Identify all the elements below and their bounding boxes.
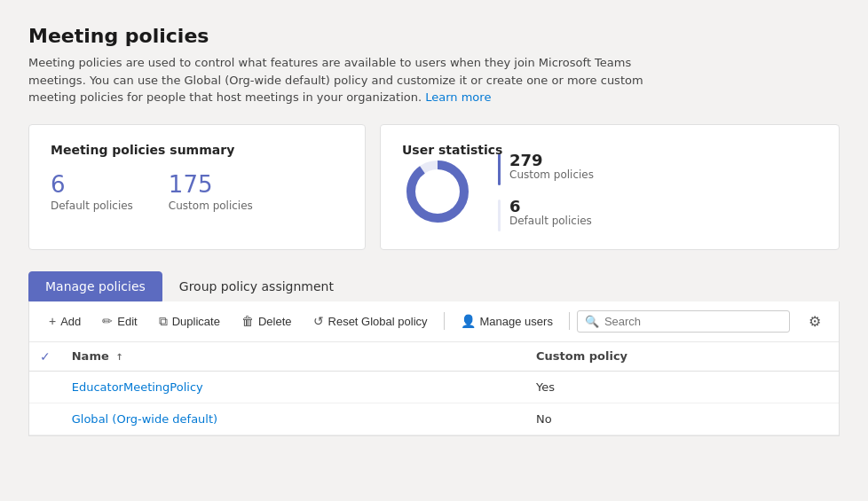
table-header: ✓ Name ↑ Custom policy (29, 342, 839, 372)
edit-button[interactable]: ✏ Edit (93, 309, 146, 333)
stats-custom-label: Custom policies (509, 168, 594, 181)
search-icon: 🔍 (585, 315, 599, 328)
row-check-2 (29, 403, 61, 434)
summary-card-title: Meeting policies summary (51, 143, 343, 157)
table-body: EducatorMeetingPolicy Yes Global (Org-wi… (29, 371, 839, 434)
row-custom-2: No (525, 403, 839, 434)
duplicate-label: Duplicate (172, 315, 220, 328)
donut-chart (402, 156, 473, 227)
row-check-1 (29, 371, 61, 403)
learn-more-link[interactable]: Learn more (425, 90, 491, 104)
add-icon: + (49, 314, 56, 328)
sort-icon: ↑ (115, 352, 122, 362)
legend-default-text: 6 Default policies (509, 198, 592, 228)
edit-label: Edit (117, 315, 137, 328)
summary-numbers: 6 Default policies 175 Custom policies (51, 173, 343, 212)
default-count: 6 (51, 173, 133, 196)
table-header-row: ✓ Name ↑ Custom policy (29, 342, 839, 372)
page-description: Meeting policies are used to control wha… (28, 54, 667, 106)
page-container: Meeting policies Meeting policies are us… (0, 0, 868, 501)
toolbar-separator (444, 312, 445, 330)
custom-label: Custom policies (169, 200, 253, 212)
summary-card: Meeting policies summary 6 Default polic… (28, 124, 366, 250)
default-policies-summary: 6 Default policies (51, 173, 133, 212)
stats-card: User statistics 279 Custom policies (380, 124, 840, 250)
duplicate-icon: ⧉ (159, 314, 168, 329)
stats-default-count: 6 (509, 198, 592, 215)
manage-users-icon: 👤 (461, 314, 476, 328)
donut-svg (402, 156, 473, 227)
settings-button[interactable]: ⚙ (801, 309, 828, 334)
row-custom-1: Yes (525, 371, 839, 403)
table-row: EducatorMeetingPolicy Yes (29, 371, 839, 403)
tabs-row: Manage policies Group policy assignment (28, 271, 840, 301)
stats-card-title: User statistics (402, 143, 502, 157)
page-title: Meeting policies (28, 25, 840, 47)
gear-icon: ⚙ (809, 314, 821, 329)
tab-manage-policies[interactable]: Manage policies (28, 271, 162, 301)
add-label: Add (60, 315, 81, 328)
toolbar-panel: + Add ✏ Edit ⧉ Duplicate 🗑 Delete ↺ Rese… (28, 301, 840, 436)
legend-custom: 279 Custom policies (498, 152, 594, 185)
delete-label: Delete (258, 315, 292, 328)
check-icon: ✓ (40, 349, 51, 364)
reset-label: Reset Global policy (328, 315, 428, 328)
legend-divider-custom (498, 153, 501, 185)
row-name-1: EducatorMeetingPolicy (61, 371, 525, 403)
description-text: Meeting policies are used to control wha… (28, 56, 643, 104)
policy-link-2[interactable]: Global (Org-wide default) (72, 412, 217, 426)
cards-row: Meeting policies summary 6 Default polic… (28, 124, 840, 250)
search-input[interactable] (604, 315, 782, 328)
legend-divider-default (498, 200, 501, 231)
custom-policies-summary: 175 Custom policies (169, 173, 253, 212)
manage-users-label: Manage users (480, 315, 553, 328)
legend-default: 6 Default policies (498, 198, 594, 231)
manage-users-button[interactable]: 👤 Manage users (452, 309, 562, 333)
stats-custom-count: 279 (509, 152, 594, 169)
col-custom-policy: Custom policy (525, 342, 839, 372)
col-check: ✓ (29, 342, 61, 372)
svg-point-1 (411, 165, 464, 218)
reset-global-policy-button[interactable]: ↺ Reset Global policy (304, 309, 437, 333)
duplicate-button[interactable]: ⧉ Duplicate (150, 309, 229, 333)
search-box[interactable]: 🔍 (577, 310, 790, 333)
edit-icon: ✏ (102, 314, 113, 328)
custom-count: 175 (169, 173, 253, 196)
toolbar-separator-2 (569, 312, 570, 330)
reset-icon: ↺ (313, 314, 324, 328)
table-row: Global (Org-wide default) No (29, 403, 839, 434)
row-name-2: Global (Org-wide default) (61, 403, 525, 434)
default-label: Default policies (51, 200, 133, 212)
policies-table: ✓ Name ↑ Custom policy EducatorMeetingPo… (29, 342, 839, 435)
legend-custom-text: 279 Custom policies (509, 152, 594, 182)
stats-legend: 279 Custom policies 6 Default policies (498, 152, 594, 231)
col-name-label: Name (72, 349, 109, 363)
delete-icon: 🗑 (241, 314, 254, 328)
stats-default-label: Default policies (509, 215, 592, 227)
tab-group-policy[interactable]: Group policy assignment (162, 271, 351, 301)
toolbar: + Add ✏ Edit ⧉ Duplicate 🗑 Delete ↺ Rese… (29, 301, 839, 342)
delete-button[interactable]: 🗑 Delete (233, 309, 301, 333)
add-button[interactable]: + Add (40, 309, 90, 333)
policy-link-1[interactable]: EducatorMeetingPolicy (72, 380, 203, 394)
col-name[interactable]: Name ↑ (61, 342, 525, 372)
